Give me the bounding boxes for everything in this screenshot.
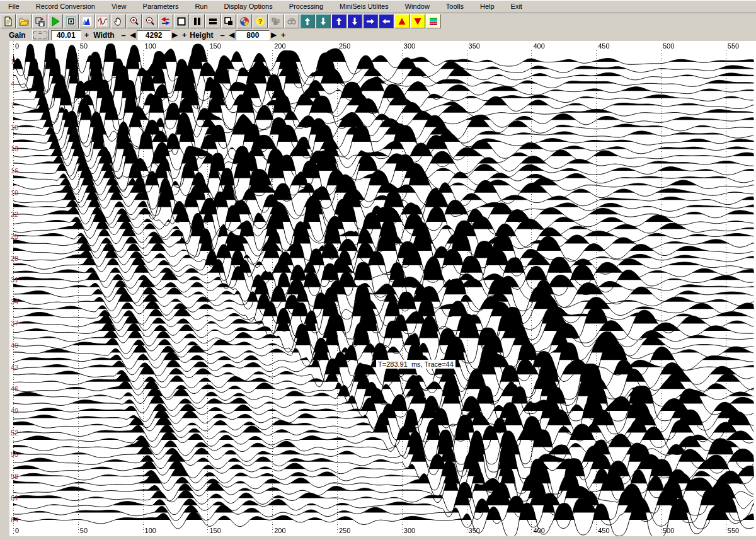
new-document-icon	[3, 16, 13, 26]
color-bars-button[interactable]	[426, 14, 441, 28]
trace-number-label: 13	[11, 145, 18, 152]
time-axis-bottom-tick-label: 500	[663, 527, 674, 534]
menu-item-miniseis-utilites[interactable]: MiniSeis Utilites	[331, 0, 397, 13]
trace-number-label: 37	[11, 319, 18, 327]
gain-decrease-button[interactable]: –	[32, 30, 49, 40]
square-outline-button[interactable]	[174, 14, 189, 28]
menu-item-file[interactable]: File	[0, 0, 28, 13]
arrow-left-blue-button[interactable]	[379, 14, 394, 28]
color-wheel-icon	[239, 16, 249, 26]
pause-bars-button[interactable]	[190, 14, 205, 28]
seismic-plot-area[interactable]: T=283.91 ms, Trace=44 005050100100150150…	[0, 41, 756, 540]
zoom-in-button[interactable]	[127, 14, 142, 28]
menu-item-run[interactable]: Run	[186, 0, 215, 13]
width-value-field[interactable]: 4292	[137, 30, 171, 40]
stop-icon	[66, 16, 76, 26]
new-document-button[interactable]	[1, 14, 16, 28]
preview-disabled-button[interactable]	[284, 14, 299, 28]
width-decrease-button[interactable]: –	[121, 30, 125, 40]
color-bars-icon	[428, 16, 438, 26]
help-button[interactable]: ?	[253, 14, 268, 28]
histogram-icon	[82, 16, 92, 26]
stop-button[interactable]	[64, 14, 79, 28]
width-step-right-button[interactable]: ▶	[172, 30, 177, 40]
open-folder-button[interactable]	[16, 14, 32, 28]
menu-item-window[interactable]: Window	[397, 0, 438, 13]
color-wheel-button[interactable]	[237, 14, 252, 28]
triangle-down-button[interactable]	[410, 14, 425, 28]
width-increase-button[interactable]: +	[182, 30, 187, 40]
menu-bar: FileRecord ConversionViewParametersRunDi…	[0, 0, 756, 13]
trace-number-label: 28	[11, 255, 18, 262]
trace-number-label: 25	[11, 233, 18, 240]
cursor-readout-tooltip: T=283.91 ms, Trace=44	[376, 360, 455, 369]
help-icon: ?	[255, 16, 265, 26]
height-label: Height	[190, 31, 213, 40]
height-decrease-button[interactable]: –	[220, 30, 225, 40]
trace-number-label: 4	[11, 80, 14, 88]
menu-item-record-conversion[interactable]: Record Conversion	[28, 0, 103, 13]
zoom-in-icon	[129, 16, 139, 26]
arrow-down-blue-button[interactable]	[347, 14, 362, 28]
height-value-field[interactable]: 800	[236, 30, 270, 40]
height-increase-button[interactable]: +	[281, 30, 286, 40]
arrow-right-blue-button[interactable]	[363, 14, 378, 28]
histogram-button[interactable]	[79, 14, 94, 28]
wiggle-trace-button[interactable]	[95, 14, 110, 28]
time-axis-top-tick-label: 50	[80, 42, 88, 50]
arrow-up-teal-icon	[302, 16, 312, 26]
height-step-left-button[interactable]: ◀	[229, 30, 234, 40]
pan-hand-button[interactable]	[111, 14, 126, 28]
svg-text:?: ?	[258, 18, 263, 25]
time-axis-bottom-tick-label: 550	[728, 527, 739, 534]
trace-number-label: 40	[11, 342, 18, 349]
time-axis-bottom-tick-label: 50	[80, 527, 88, 534]
menu-item-view[interactable]: View	[103, 0, 135, 13]
pause-bars-icon	[192, 16, 202, 26]
gain-value-field[interactable]: 40.01	[51, 30, 81, 40]
time-axis-top-tick-label: 0	[15, 42, 19, 50]
menu-item-display-options[interactable]: Display Options	[216, 0, 281, 13]
width-label: Width	[93, 31, 114, 40]
arrow-up-teal-button[interactable]	[300, 14, 315, 28]
trace-number-label: 19	[11, 189, 18, 197]
time-axis-top-tick-label: 300	[404, 42, 415, 50]
save-record-button[interactable]	[32, 14, 47, 28]
trace-number-label: 22	[11, 210, 18, 218]
height-step-right-button[interactable]: ▶	[271, 30, 276, 40]
trace-number-label: 46	[11, 385, 18, 393]
swap-arrows-button[interactable]	[158, 14, 173, 28]
menu-item-exit[interactable]: Exit	[503, 0, 530, 13]
trace-number-label: 61	[11, 494, 18, 502]
time-axis-bottom-tick-label: 0	[15, 527, 19, 534]
time-axis-top-tick-label: 250	[339, 42, 350, 50]
time-axis-bottom-tick-label: 150	[209, 527, 220, 534]
zoom-out-button[interactable]	[142, 14, 158, 28]
menu-item-help[interactable]: Help	[472, 0, 503, 13]
arrow-right-blue-icon	[365, 16, 375, 26]
menu-item-parameters[interactable]: Parameters	[135, 0, 187, 13]
process-disabled-icon	[271, 16, 281, 26]
width-step-left-button[interactable]: ◀	[130, 30, 135, 40]
horizontal-bars-button[interactable]	[205, 14, 220, 28]
arrow-up-blue-button[interactable]	[331, 14, 346, 28]
seismic-wiggle-canvas[interactable]	[9, 41, 756, 536]
triangle-up-button[interactable]	[394, 14, 410, 28]
run-play-button[interactable]	[48, 14, 63, 28]
gain-label: Gain	[9, 31, 26, 40]
gain-width-height-bar: Gain – 40.01 + Width – ◀ 4292 ▶ + Height…	[0, 29, 756, 41]
open-folder-icon	[19, 16, 29, 26]
time-axis-bottom-tick-label: 250	[339, 527, 350, 534]
time-axis-bottom-tick-label: 300	[404, 527, 415, 534]
menu-item-toolls[interactable]: Toolls	[438, 0, 472, 13]
menu-item-processing[interactable]: Processing	[281, 0, 331, 13]
time-axis-top-tick-label: 100	[145, 42, 156, 50]
arrow-down-teal-icon	[318, 16, 328, 26]
gain-increase-button[interactable]: +	[84, 30, 89, 40]
horizontal-bars-icon	[208, 16, 218, 26]
overlap-squares-button[interactable]	[221, 14, 236, 28]
time-axis-top-tick-label: 450	[598, 42, 609, 50]
trace-number-label: 52	[11, 429, 18, 437]
process-disabled-button[interactable]	[268, 14, 284, 28]
arrow-down-teal-button[interactable]	[316, 14, 331, 28]
